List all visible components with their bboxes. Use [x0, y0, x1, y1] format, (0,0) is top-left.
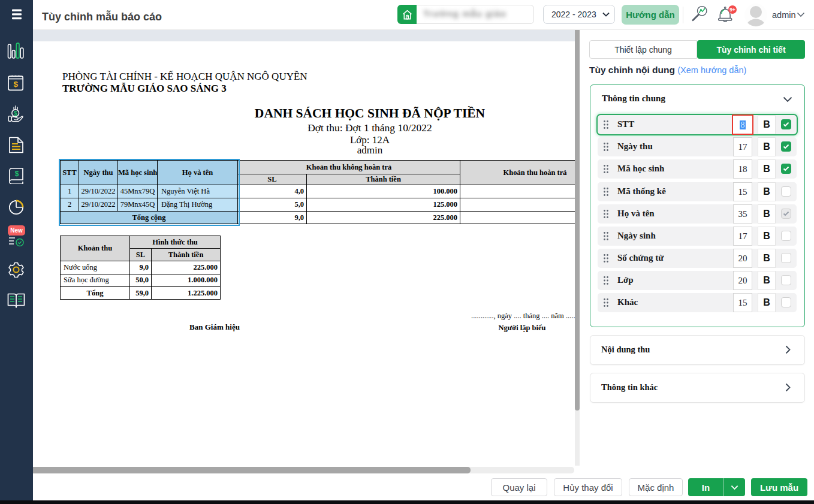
svg-text:$: $: [14, 110, 17, 117]
svg-text:$: $: [15, 170, 19, 178]
svg-text:$: $: [13, 80, 18, 89]
